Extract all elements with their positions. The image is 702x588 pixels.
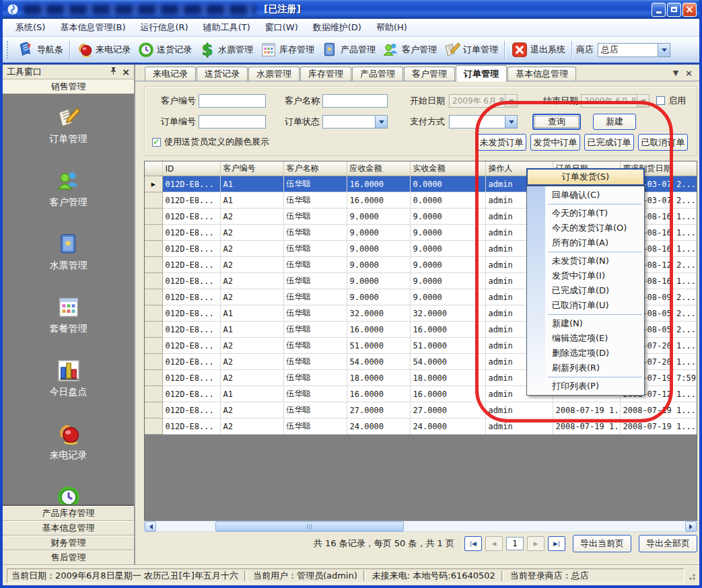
- table-row[interactable]: 012D-E8...A2伍华聪24.000024.0000admin2008-0…: [145, 418, 697, 435]
- horizontal-scrollbar[interactable]: [144, 521, 697, 532]
- unshipped-orders-button[interactable]: 未发货订单: [477, 134, 526, 151]
- menubar-item[interactable]: 帮助(H): [369, 20, 415, 36]
- scrollbar-thumb[interactable]: [215, 521, 404, 531]
- shipping-orders-button[interactable]: 发货中订单: [530, 134, 580, 151]
- sidebar-item-clock[interactable]: 送货记录: [50, 484, 87, 505]
- row-selector-cell[interactable]: [145, 225, 162, 241]
- sidebar-item-people[interactable]: 客户管理: [50, 168, 87, 209]
- context-menu-item[interactable]: 回单确认(C): [527, 188, 644, 203]
- table-row[interactable]: 012D-E8...A2伍华聪27.000027.0000admin2008-0…: [145, 402, 697, 418]
- sidebar-item-order[interactable]: 订单管理: [50, 105, 87, 145]
- chevron-down-icon[interactable]: [658, 44, 670, 57]
- next-page-button[interactable]: ▶: [527, 536, 545, 551]
- tab-2[interactable]: 水票管理: [248, 67, 300, 81]
- export-current-page-button[interactable]: 导出当前页: [573, 535, 631, 552]
- context-menu-item[interactable]: 今天的订单(T): [527, 206, 644, 221]
- minimize-button[interactable]: [652, 3, 666, 17]
- row-selector-cell[interactable]: [145, 241, 162, 257]
- context-menu-item[interactable]: 未发货订单(N): [527, 254, 644, 268]
- row-selector-cell[interactable]: [145, 354, 162, 370]
- toolbar-button-people[interactable]: 客户管理: [379, 40, 440, 60]
- new-button[interactable]: 新建: [593, 114, 636, 130]
- chevron-down-icon[interactable]: [505, 116, 517, 128]
- context-menu-item[interactable]: 新建(N): [527, 316, 644, 331]
- row-selector-cell[interactable]: ▶: [145, 176, 162, 192]
- toolbar-button-clock[interactable]: 送货记录: [134, 40, 195, 60]
- row-selector-cell[interactable]: [145, 273, 162, 289]
- scroll-right-icon[interactable]: [685, 521, 697, 531]
- context-menu-item[interactable]: 打印列表(P): [527, 379, 644, 394]
- menubar-item[interactable]: 辅助工具(T): [196, 20, 258, 36]
- maximize-button[interactable]: [667, 3, 681, 17]
- sidebar-item-chart[interactable]: 今日盘点: [50, 358, 87, 398]
- toolbar-button-dollar[interactable]: $水票管理: [195, 40, 256, 60]
- toolbar-button-nav-book[interactable]: 导航条: [14, 40, 67, 60]
- column-header-2[interactable]: 客户编号: [220, 161, 283, 176]
- order-no-input[interactable]: [199, 115, 266, 128]
- context-menu-item-highlighted[interactable]: 订单发货(S): [526, 168, 645, 186]
- completed-orders-button[interactable]: 已完成订单: [584, 134, 634, 151]
- toolbar-button-product-book[interactable]: 产品管理: [318, 40, 379, 60]
- order-status-dropdown[interactable]: [322, 115, 388, 128]
- context-menu-item[interactable]: 刷新列表(R): [527, 361, 644, 375]
- column-header-3[interactable]: 客户名称: [283, 161, 347, 176]
- row-selector-cell[interactable]: [145, 418, 162, 435]
- row-selector-cell[interactable]: [145, 338, 162, 354]
- toolbar-button-calendar[interactable]: 库存管理: [256, 40, 318, 60]
- row-selector-cell[interactable]: [145, 192, 162, 209]
- tab-6[interactable]: 订单管理: [456, 65, 507, 81]
- menubar-item[interactable]: 窗口(W): [258, 20, 306, 36]
- first-page-button[interactable]: |◀: [464, 536, 482, 551]
- row-selector-cell[interactable]: [145, 402, 162, 418]
- menubar-item[interactable]: 数据维护(D): [306, 20, 369, 36]
- row-selector-cell[interactable]: [145, 370, 162, 386]
- last-page-button[interactable]: ▶|: [548, 536, 565, 551]
- toolbar-button-bell[interactable]: 来电记录: [73, 40, 134, 60]
- resize-grip[interactable]: [687, 572, 695, 580]
- shop-combobox[interactable]: 总店: [598, 43, 670, 57]
- context-menu-item[interactable]: 已完成订单(D): [527, 283, 644, 298]
- row-selector-cell[interactable]: [145, 209, 162, 225]
- sidebar-section-button-0[interactable]: 产品库存管理: [3, 506, 134, 521]
- tab-close-icon[interactable]: ×: [685, 68, 693, 78]
- prev-page-button[interactable]: ◀: [485, 536, 503, 551]
- row-selector-cell[interactable]: [145, 305, 162, 322]
- column-header-5[interactable]: 实收金额: [410, 161, 485, 176]
- toolbar-button-exit[interactable]: 退出系统: [507, 40, 569, 60]
- tab-7[interactable]: 基本信息管理: [507, 67, 576, 81]
- sidebar-section-button-3[interactable]: 售后管理: [3, 550, 134, 565]
- row-selector-cell[interactable]: [145, 322, 162, 338]
- sidebar-section-button-1[interactable]: 基本信息管理: [3, 521, 134, 536]
- tab-5[interactable]: 客户管理: [404, 67, 455, 81]
- close-icon[interactable]: ×: [122, 68, 130, 76]
- column-header-0[interactable]: [145, 161, 162, 176]
- tab-0[interactable]: 来电记录: [145, 67, 196, 81]
- context-menu-item[interactable]: 已取消订单(U): [527, 298, 644, 313]
- row-selector-cell[interactable]: [145, 257, 162, 273]
- row-selector-cell[interactable]: [145, 386, 162, 402]
- export-all-pages-button[interactable]: 导出全部页: [639, 535, 697, 552]
- menubar-item[interactable]: 系统(S): [8, 20, 52, 36]
- pay-method-dropdown[interactable]: [449, 115, 518, 128]
- column-header-1[interactable]: ID: [162, 161, 220, 176]
- context-menu-item[interactable]: 删除选定项(D): [527, 346, 644, 361]
- row-selector-cell[interactable]: [145, 289, 162, 305]
- tab-1[interactable]: 送货记录: [197, 67, 248, 81]
- menubar-item[interactable]: 基本信息管理(B): [52, 20, 133, 36]
- column-header-4[interactable]: 应收金额: [347, 161, 410, 176]
- tab-scroll-down-icon[interactable]: ▼: [673, 69, 678, 77]
- pin-icon[interactable]: [110, 67, 117, 77]
- tab-4[interactable]: 产品管理: [352, 67, 403, 81]
- context-menu-item[interactable]: 发货中订单(I): [527, 268, 644, 283]
- tab-3[interactable]: 库存管理: [300, 67, 351, 81]
- color-display-checkbox[interactable]: [152, 138, 161, 147]
- sidebar-item-product-book[interactable]: 水票管理: [50, 231, 87, 272]
- enable-checkbox[interactable]: [656, 96, 665, 105]
- sidebar-item-bell[interactable]: 来电记录: [50, 421, 87, 462]
- context-menu-item[interactable]: 今天的发货订单(O): [527, 221, 644, 235]
- customer-name-input[interactable]: [322, 94, 388, 108]
- context-menu-item[interactable]: 编辑选定项(E): [527, 331, 644, 346]
- menubar-item[interactable]: 运行信息(R): [133, 20, 195, 36]
- sidebar-section-sales[interactable]: 销售管理: [3, 79, 134, 94]
- query-button[interactable]: 查询: [532, 114, 581, 130]
